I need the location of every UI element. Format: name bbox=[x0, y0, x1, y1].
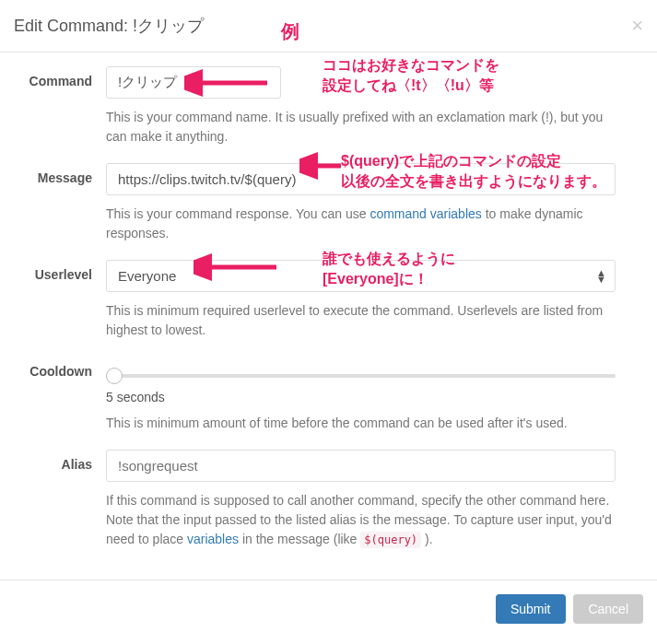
variables-link[interactable]: variables bbox=[187, 532, 239, 546]
query-code: $(query) bbox=[360, 532, 421, 548]
userlevel-select[interactable]: Everyone bbox=[106, 260, 616, 292]
modal-header: Edit Command: !クリップ × bbox=[0, 0, 657, 53]
command-help: This is your command name. It is usually… bbox=[106, 108, 616, 146]
cancel-button[interactable]: Cancel bbox=[573, 594, 643, 624]
alias-input[interactable] bbox=[106, 450, 616, 482]
cooldown-value: 5 seconds bbox=[106, 390, 616, 404]
message-input[interactable] bbox=[106, 163, 616, 195]
message-label: Message bbox=[14, 163, 106, 185]
alias-label: Alias bbox=[14, 450, 106, 472]
modal-footer: Submit Cancel bbox=[0, 580, 657, 638]
userlevel-label: Userlevel bbox=[14, 260, 106, 282]
message-help: This is your command response. You can u… bbox=[106, 205, 616, 243]
userlevel-help: This is minimum required userlevel to ex… bbox=[106, 301, 616, 340]
command-label: Command bbox=[14, 66, 106, 88]
cooldown-help: This is minimum amount of time before th… bbox=[106, 414, 616, 433]
command-input[interactable] bbox=[106, 66, 281, 99]
command-variables-link[interactable]: command variables bbox=[370, 206, 481, 221]
close-button[interactable]: × bbox=[631, 14, 643, 38]
cooldown-label: Cooldown bbox=[14, 357, 106, 379]
modal-title: Edit Command: !クリップ bbox=[14, 15, 204, 37]
submit-button[interactable]: Submit bbox=[496, 594, 566, 624]
alias-help: If this command is supposed to call anot… bbox=[106, 491, 616, 549]
cooldown-slider[interactable] bbox=[106, 374, 616, 378]
